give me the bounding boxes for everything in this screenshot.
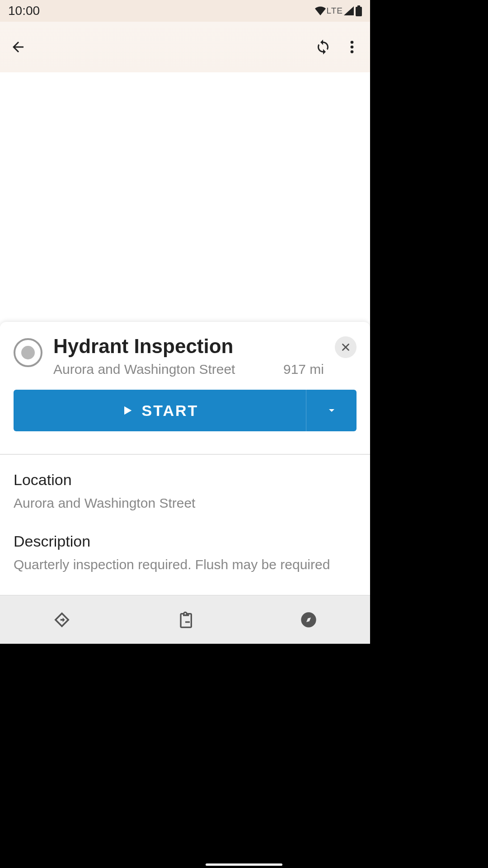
clipboard-icon [176, 611, 194, 629]
svg-point-14 [174, 173, 194, 193]
svg-point-16 [347, 308, 367, 322]
start-button-row: START [14, 390, 357, 431]
task-type-icon [14, 338, 42, 367]
back-button[interactable] [4, 33, 33, 61]
svg-rect-32 [185, 621, 190, 623]
location-section: Location Aurora and Washington Street [0, 455, 370, 524]
status-bar: 10:00 LTE [0, 0, 370, 22]
svg-point-11 [167, 226, 178, 237]
bottom-nav [0, 595, 370, 644]
map-node-valve-2 [211, 171, 230, 191]
crosshair-icon [334, 101, 350, 116]
task-distance: 917 mi [283, 362, 324, 377]
svg-rect-27 [356, 7, 362, 16]
description-label: Description [14, 533, 357, 550]
location-label: Location [14, 471, 357, 489]
nav-clipboard[interactable] [123, 595, 247, 644]
map-node-purple [66, 209, 86, 229]
sync-button[interactable] [309, 33, 338, 61]
svg-point-8 [66, 209, 86, 229]
svg-point-19 [178, 189, 193, 205]
start-label: START [142, 402, 199, 420]
svg-point-31 [351, 50, 354, 53]
svg-rect-28 [357, 5, 360, 7]
task-title: Hydrant Inspection [53, 335, 324, 357]
svg-point-29 [351, 41, 354, 44]
svg-point-21 [338, 104, 347, 113]
task-subtitle: Aurora and Washington Street [53, 362, 235, 377]
svg-point-12 [211, 171, 230, 191]
svg-point-22 [340, 107, 343, 110]
nav-compass[interactable] [247, 595, 370, 644]
svg-point-10 [163, 222, 183, 241]
map-current-location [173, 184, 198, 210]
map-node-valve-3 [174, 173, 194, 193]
arrow-left-icon [10, 39, 26, 55]
svg-point-9 [71, 214, 81, 224]
start-dropdown[interactable] [306, 390, 357, 431]
svg-point-18 [173, 184, 198, 210]
more-vert-icon [344, 39, 360, 55]
battery-icon [356, 5, 362, 16]
location-value: Aurora and Washington Street [14, 494, 357, 513]
map-node-valve-1 [163, 222, 183, 241]
svg-point-20 [182, 194, 188, 200]
play-icon [121, 404, 134, 417]
start-button[interactable]: START [14, 390, 306, 431]
compass-icon [300, 611, 318, 629]
svg-rect-3 [121, 95, 136, 136]
nav-directions[interactable] [0, 595, 123, 644]
status-time: 10:00 [8, 4, 40, 18]
description-section: Description Quarterly inspection require… [0, 524, 370, 585]
app-bar [0, 22, 370, 72]
network-label: LTE [327, 6, 343, 16]
more-button[interactable] [338, 33, 366, 61]
signal-icon [344, 6, 354, 15]
map-node-valve-4 [347, 308, 367, 322]
directions-icon [53, 611, 71, 629]
task-card[interactable]: Hydrant Inspection Aurora and Washington… [0, 322, 370, 644]
wifi-icon [315, 6, 326, 15]
sync-icon [315, 39, 331, 55]
svg-rect-5 [32, 172, 45, 271]
svg-point-30 [351, 46, 354, 49]
description-value: Quarterly inspection required. Flush may… [14, 556, 357, 574]
svg-point-13 [215, 175, 226, 186]
svg-point-17 [352, 313, 362, 322]
close-button[interactable] [335, 336, 357, 358]
locate-button[interactable] [326, 92, 358, 125]
svg-point-15 [179, 177, 190, 188]
close-icon [340, 341, 352, 353]
chevron-down-icon [326, 405, 337, 416]
svg-rect-4 [0, 167, 41, 321]
